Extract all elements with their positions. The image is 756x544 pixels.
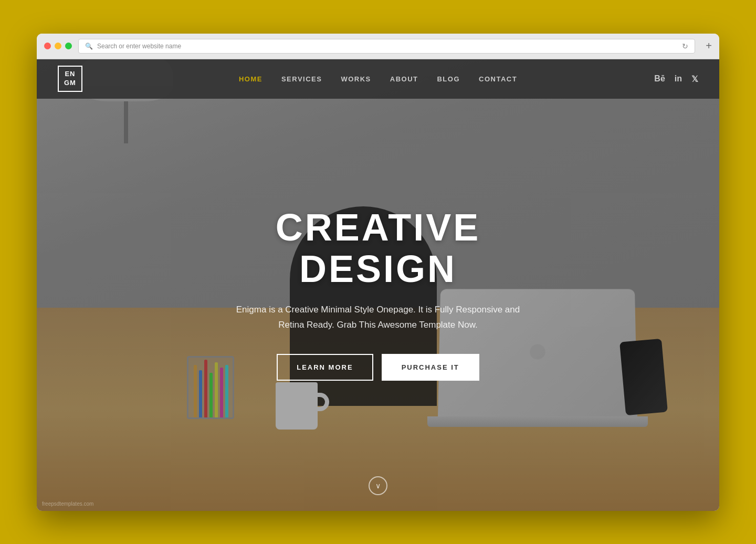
browser-chrome: 🔍 Search or enter website name ↻ +	[37, 34, 719, 59]
learn-more-button[interactable]: LEARN MORE	[277, 354, 373, 381]
purchase-button[interactable]: PURCHASE IT	[382, 354, 479, 381]
logo[interactable]: EN GM	[58, 66, 82, 92]
search-icon: 🔍	[85, 43, 93, 50]
website-content: EN GM HOME SERVICES WORKS ABOUT BLOG CON…	[37, 59, 719, 511]
social-icons: Bē in 𝕏	[654, 74, 698, 84]
nav-contact[interactable]: CONTACT	[479, 75, 517, 83]
behance-link[interactable]: Bē	[654, 74, 665, 83]
traffic-lights	[44, 43, 72, 49]
nav-services[interactable]: SERVICES	[281, 75, 322, 83]
reload-icon[interactable]: ↻	[682, 42, 688, 50]
address-text: Search or enter website name	[97, 43, 181, 50]
hero-title: CREATIVE DESIGN	[194, 206, 562, 289]
scroll-indicator[interactable]: ∨	[369, 476, 387, 495]
hero-subtitle: Enigma is a Creative Minimal Style Onepa…	[194, 302, 562, 333]
nav-works[interactable]: WORKS	[341, 75, 371, 83]
logo-line2: GM	[64, 79, 76, 87]
logo-line1: EN	[65, 70, 75, 78]
hero-section: EN GM HOME SERVICES WORKS ABOUT BLOG CON…	[37, 59, 719, 511]
chevron-down-icon: ∨	[375, 482, 381, 490]
twitter-link[interactable]: 𝕏	[691, 74, 698, 84]
navbar: EN GM HOME SERVICES WORKS ABOUT BLOG CON…	[37, 59, 719, 99]
nav-links: HOME SERVICES WORKS ABOUT BLOG CONTACT	[239, 74, 517, 83]
address-bar[interactable]: 🔍 Search or enter website name ↻	[78, 39, 695, 54]
minimize-button[interactable]	[55, 43, 61, 49]
watermark: freepsdtemplates.com	[42, 501, 93, 507]
close-button[interactable]	[44, 43, 51, 49]
hero-buttons: LEARN MORE PURCHASE IT	[194, 354, 562, 381]
browser-window: 🔍 Search or enter website name ↻ +	[37, 34, 719, 511]
hero-content: CREATIVE DESIGN Enigma is a Creative Min…	[194, 206, 562, 380]
nav-home[interactable]: HOME	[239, 75, 262, 83]
new-tab-button[interactable]: +	[706, 40, 712, 52]
linkedin-link[interactable]: in	[675, 74, 682, 83]
nav-blog[interactable]: BLOG	[437, 75, 460, 83]
maximize-button[interactable]	[65, 43, 72, 49]
nav-about[interactable]: ABOUT	[390, 75, 418, 83]
